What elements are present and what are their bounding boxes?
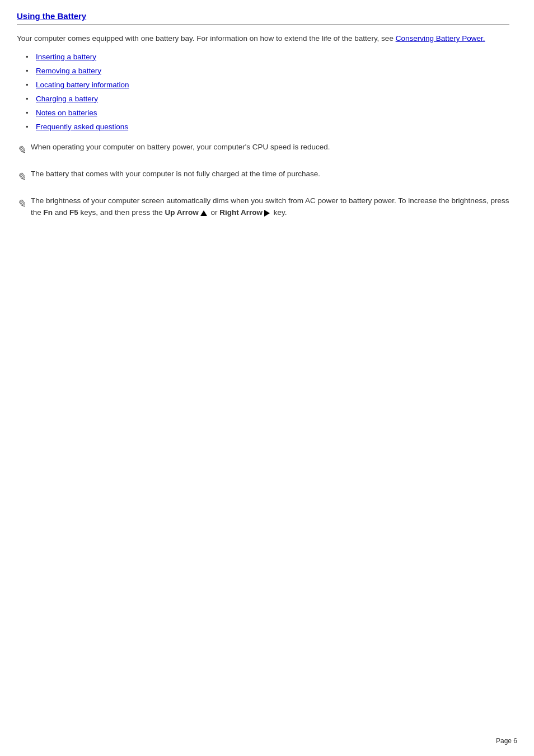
list-item-4: Notes on batteries [28,109,509,117]
list-item-0: Inserting a battery [28,53,509,61]
list-item-5: Frequently asked questions [28,123,509,131]
conserving-battery-link[interactable]: Conserving Battery Power. [396,34,485,43]
note3-part5: keys, and then press the [78,208,165,217]
list-item-3: Charging a battery [28,95,509,103]
list-link-5[interactable]: Frequently asked questions [36,123,128,131]
note-text-2: The battery that comes with your compute… [31,168,320,180]
list-link-1[interactable]: Removing a battery [36,67,101,75]
list-link-2[interactable]: Locating battery information [36,81,129,89]
right-arrow-icon [264,210,270,217]
up-arrow-icon [200,210,207,216]
note-text-3: The brightness of your computer screen a… [31,195,509,219]
list-link-3[interactable]: Charging a battery [36,95,98,103]
note3-or: or [209,208,220,217]
note3-up-arrow-label: Up Arrow [165,208,198,217]
note3-right-arrow-label: Right Arrow [219,208,263,217]
note-block-1: ✎ When operating your computer on batter… [17,141,509,159]
note-text-1: When operating your computer on battery … [31,141,330,153]
list-item-1: Removing a battery [28,67,509,75]
note-icon-1: ✎ [17,141,26,159]
page-number: Page 6 [496,737,517,745]
list-item-2: Locating battery information [28,81,509,89]
list-link-0[interactable]: Inserting a battery [36,53,96,61]
intro-text: Your computer comes equipped with one ba… [17,34,394,43]
note3-key: key. [271,208,287,217]
note3-f5: F5 [69,208,78,217]
page-title: Using the Battery [17,11,509,25]
note-block-3: ✎ The brightness of your computer screen… [17,195,509,219]
note-block-2: ✎ The battery that comes with your compu… [17,168,509,186]
note-icon-3: ✎ [17,195,26,213]
page-container: Using the Battery Your computer comes eq… [0,0,526,261]
note-icon-2: ✎ [17,168,26,186]
topics-list: Inserting a batteryRemoving a batteryLoc… [28,53,509,131]
note3-part3: and [53,208,69,217]
note3-fn: Fn [44,208,53,217]
intro-paragraph: Your computer comes equipped with one ba… [17,32,509,45]
list-link-4[interactable]: Notes on batteries [36,109,97,117]
